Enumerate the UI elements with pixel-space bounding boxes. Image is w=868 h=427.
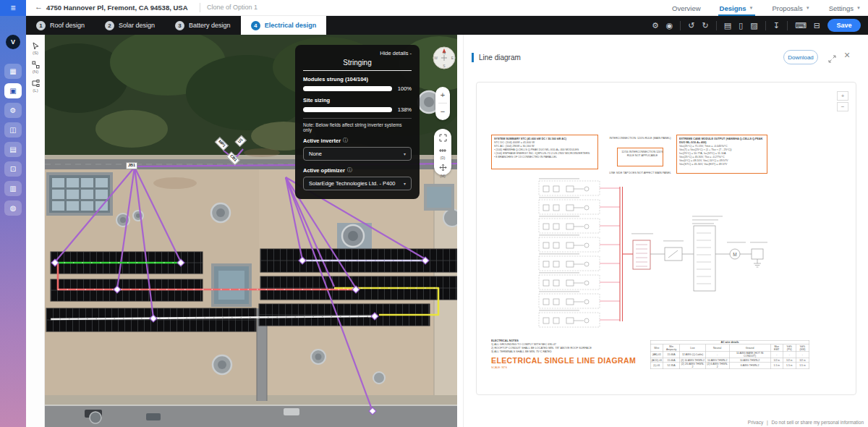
close-icon[interactable]: × [844, 49, 850, 61]
panel-icon[interactable]: ⊟ [814, 22, 820, 30]
design-version-label[interactable]: Clone of Option 1 [207, 4, 258, 11]
step-number: 3 [175, 21, 184, 30]
interconnection-title: INTERCONNECTION: 120% RULE (MAIN PANEL) [609, 136, 671, 140]
main-nav: Overview Designs▼ Proposals▼ Settings▼ [672, 0, 861, 16]
design-toolbar: 1 Roof design 2 Solar design 3 Battery d… [26, 16, 868, 35]
nav-proposals[interactable]: Proposals▼ [773, 0, 810, 16]
chevron-down-icon: ▼ [749, 6, 754, 10]
gear-icon[interactable]: ⚙ [652, 22, 659, 30]
keyboard-icon[interactable]: ⌨ [795, 22, 807, 30]
trash-icon[interactable]: ▤ [724, 22, 731, 30]
branch-icon [31, 80, 40, 88]
fit-screen-button[interactable] [439, 132, 447, 143]
display-icon: ⊡ [10, 165, 16, 173]
toolbar-separator [680, 21, 681, 30]
info-icon[interactable]: ⓘ [347, 166, 352, 174]
active-optimizer-value: SolarEdge Technologies Ltd. - P400 [309, 180, 396, 187]
privacy-link[interactable]: Privacy [748, 420, 763, 425]
sidebar-item-apps[interactable]: ▦ [4, 64, 22, 79]
step-number: 4 [251, 21, 260, 30]
step-electrical-design[interactable]: 4 Electrical design [241, 16, 327, 35]
interconnection-rule-box: 12/16 INTERCONNECTION 120% RULE NOT APPL… [617, 148, 663, 166]
design-steps: 1 Roof design 2 Solar design 3 Battery d… [26, 16, 326, 35]
apps-grid-icon: ▦ [9, 67, 16, 75]
measure-tool-button[interactable]: (D) [438, 143, 447, 161]
avatar[interactable]: V [6, 35, 20, 49]
extreme-case-box: EXTREME CASE MODULE OUTPUT (HANWHA Q-CEL… [676, 135, 767, 174]
active-inverter-label: Active inverter [303, 138, 341, 144]
sidebar-item-team[interactable]: ◫ [4, 122, 22, 138]
modules-strung-label: Modules strung (104/104) [303, 76, 412, 83]
doc-zoom-in-button[interactable]: + [837, 91, 848, 101]
device-icon[interactable]: ▯ [739, 22, 743, 30]
map-zoom-control: + − [435, 87, 450, 120]
wire-nodes-icon [32, 61, 40, 69]
modules-strung-progress [303, 86, 392, 91]
design-icon: ▣ [9, 87, 16, 95]
hamburger-menu-button[interactable]: ≡ [0, 0, 26, 16]
select-tool[interactable]: (S) [26, 42, 45, 55]
doc-zoom-out-button[interactable]: − [837, 102, 848, 111]
nav-designs[interactable]: Designs▼ [720, 0, 754, 16]
step-label: Solar design [119, 22, 155, 29]
report-icon: ▥ [9, 185, 16, 193]
table-row: (L)-0152.35A (2) 2/0 AWG THWN-2(2) 6 AWG… [650, 362, 809, 369]
sidebar-item-location[interactable]: ◍ [4, 200, 22, 216]
line-diagram-panel: Line diagram Download × + − SYSTEM SUMMA… [463, 35, 868, 427]
expand-button[interactable] [828, 53, 836, 66]
sidebar-item-document[interactable]: ▤ [4, 142, 22, 157]
sidebar-item-settings[interactable]: ⚙ [4, 103, 22, 118]
table-row: (AB)-0115.66A 12 AWG (Q-Cable)- 10 AWG B… [650, 351, 809, 358]
step-label: Electrical design [265, 22, 317, 29]
step-number: 1 [36, 21, 46, 30]
visibility-icon[interactable]: ◉ [666, 22, 673, 30]
hide-details-link[interactable]: Hide details - [303, 50, 412, 56]
nav-settings[interactable]: Settings▼ [829, 0, 861, 16]
redo-icon[interactable]: ↻ [702, 22, 709, 30]
move-tool-button[interactable]: (M) [439, 161, 447, 179]
save-button[interactable]: Save [827, 19, 861, 32]
toolbar-separator [716, 21, 717, 30]
junction-box-label[interactable]: JB1 [126, 162, 137, 169]
line-diagram-document[interactable]: + − SYSTEM SUMMARY STC (41.600 kW DC / 3… [476, 82, 856, 395]
sidebar-item-report[interactable]: ▥ [4, 181, 22, 196]
panel-accent-bar [472, 53, 474, 62]
step-solar-design[interactable]: 2 Solar design [95, 16, 165, 35]
toolbar-actions: ⚙ ◉ ↺ ↻ ▤ ▯ ▨ ↧ ⌨ ⊟ Save [652, 19, 868, 32]
zoom-in-button[interactable]: + [441, 87, 445, 103]
svg-text:W: W [434, 56, 438, 60]
map-tools-control: (D) (M) [434, 129, 451, 175]
app-root: ≡ ← 4750 Hannover Pl, Fremont, CA 94538,… [0, 0, 868, 427]
undo-icon[interactable]: ↺ [688, 22, 694, 30]
download-button[interactable]: Download [783, 50, 818, 64]
link-tool[interactable]: (L) [26, 80, 45, 93]
svg-text:N: N [443, 51, 446, 55]
modules-strung-value: 100% [396, 85, 412, 92]
step-battery-design[interactable]: 3 Battery design [165, 16, 241, 35]
step-label: Battery design [189, 22, 231, 29]
step-roof-design[interactable]: 1 Roof design [26, 16, 95, 35]
divider [303, 70, 412, 71]
toolbar-separator [787, 21, 788, 30]
site-sizing-value: 138% [396, 106, 412, 113]
back-arrow-icon[interactable]: ← [35, 2, 43, 11]
canvas-tool-strip: (S) (N) (L) [26, 35, 45, 427]
do-not-sell-link[interactable]: Do not sell or share my personal informa… [771, 420, 864, 425]
download-icon[interactable]: ↧ [773, 22, 780, 30]
sidebar-item-design[interactable]: ▣ [4, 83, 22, 98]
zoom-out-button[interactable]: − [441, 103, 445, 119]
active-optimizer-select[interactable]: SolarEdge Technologies Ltd. - P400 ▾ [303, 177, 412, 190]
diagram-scale: SCALE: NTS [491, 365, 563, 373]
info-icon[interactable]: ⓘ [343, 137, 348, 144]
sidebar-item-display[interactable]: ⊡ [4, 161, 22, 177]
stringing-tool[interactable]: (N) [26, 61, 45, 74]
measure-icon [438, 148, 447, 153]
compass[interactable]: N S W E [431, 45, 457, 71]
active-inverter-select[interactable]: None ▾ [303, 147, 412, 161]
paint-icon[interactable]: ▨ [750, 22, 757, 30]
interconnection-block: INTERCONNECTION: 120% RULE (MAIN PANEL) [605, 136, 675, 143]
nav-overview[interactable]: Overview [672, 0, 701, 16]
move-icon [439, 164, 447, 172]
diagram-title: ELECTRICAL SINGLE LINE DIAGRAM [491, 356, 636, 365]
extreme-case-title: EXTREME CASE MODULE OUTPUT (HANWHA Q-CEL… [679, 137, 762, 144]
